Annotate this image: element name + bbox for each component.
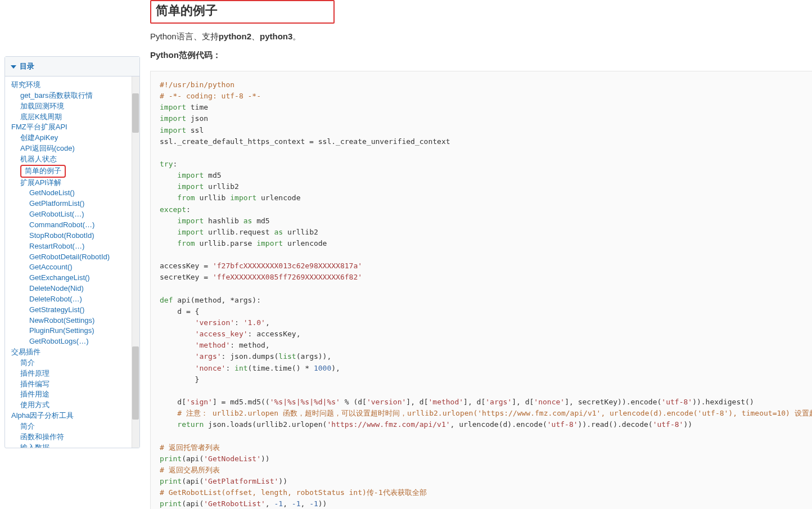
toc-item[interactable]: GetRobotList(…)	[28, 209, 139, 220]
mod: md5	[252, 217, 269, 225]
code-comment: # 返回托管者列表	[160, 443, 220, 452]
toc-item[interactable]: GetAccount()	[28, 262, 139, 273]
toc-item[interactable]: 使用方式	[19, 400, 139, 411]
code-line: method,	[234, 341, 270, 349]
toc-item[interactable]: PluginRun(Settings)	[28, 326, 139, 336]
toc-item[interactable]: GetRobotLogs(…)	[28, 336, 139, 347]
code-block: #!/usr/bin/python # -*- coding: utf-8 -*…	[150, 71, 812, 509]
toc-item[interactable]: GetRobotDetail(RobotId)	[28, 252, 139, 263]
str: 'version'	[195, 318, 234, 327]
toc-item[interactable]: StopRobot(RobotId)	[28, 231, 139, 241]
code-line: accessKey,	[252, 330, 300, 338]
num: -1	[274, 499, 283, 508]
code-comment: # 返回交易所列表	[160, 466, 220, 474]
toc-item[interactable]: Alpha因子分析工具	[10, 411, 139, 421]
mod: urllib.parse	[195, 239, 257, 247]
toc-title: 目录	[20, 62, 34, 70]
toc-item[interactable]: NewRobot(Settings)	[28, 316, 139, 326]
kw: as	[274, 228, 283, 236]
mod: hashlib	[204, 217, 243, 225]
toc-item[interactable]: API返回码(code)	[19, 143, 139, 154]
code-comment: # GetRobotList(offset, length, robotStat…	[160, 488, 427, 497]
kw: import	[177, 171, 204, 179]
toc-item[interactable]: RestartRobot(…)	[28, 241, 139, 252]
main-content: 简单的例子 Python语言、支持python2、python3。 Python…	[145, 0, 812, 509]
toc-item[interactable]: DeleteRobot(…)	[28, 294, 139, 305]
str: '1.0'	[243, 318, 265, 327]
toc-item[interactable]: DeleteNode(Nid)	[28, 283, 139, 294]
toc-header[interactable]: 目录	[5, 57, 139, 76]
scrollbar-thumb-bottom[interactable]	[132, 346, 139, 420]
intro-paragraph: Python语言、支持python2、python3。	[150, 31, 812, 42]
code-line: ),	[331, 364, 340, 372]
toc-item[interactable]: 创建ApiKey	[19, 133, 139, 143]
toc-item[interactable]: 函数和操作符	[19, 432, 139, 443]
toc-item[interactable]: FMZ平台扩展API	[10, 122, 139, 133]
str: 'GetNodeList'	[204, 454, 261, 463]
period: 。	[292, 31, 301, 41]
str: 'sign'	[186, 398, 213, 406]
toc-item[interactable]: 加载回测环境	[19, 101, 139, 112]
kw: except	[160, 205, 186, 214]
code-line: ], d[	[406, 398, 428, 406]
toc-item[interactable]: 插件用途	[19, 389, 139, 400]
str: 'method'	[428, 398, 463, 406]
mod: md5	[204, 171, 221, 179]
scrollbar-thumb-top[interactable]	[132, 93, 139, 133]
kw: print	[160, 499, 182, 508]
str: 'nonce'	[195, 364, 226, 372]
toc-item-selected[interactable]: 简单的例子	[20, 165, 66, 178]
toc-item[interactable]: GetNodeList()	[28, 188, 139, 199]
toc-item[interactable]: 插件编写	[19, 379, 139, 390]
str: 'utf-8'	[653, 420, 684, 429]
toc-item[interactable]: get_bars函数获取行情	[19, 91, 139, 101]
toc-item[interactable]: 研究环境	[10, 80, 139, 91]
kw: import	[160, 126, 186, 134]
kw: import	[160, 103, 186, 111]
kw: import	[230, 193, 256, 202]
kw: import	[256, 239, 283, 247]
toc-item[interactable]: 插件原理	[19, 368, 139, 379]
toc-item[interactable]: GetPlatformList()	[28, 199, 139, 209]
str: 'GetPlatformList'	[204, 477, 278, 485]
page-title: 简单的例子	[152, 1, 221, 20]
kw: print	[160, 454, 182, 463]
num: -1	[292, 499, 301, 508]
toc-item[interactable]: 输入数据	[19, 443, 139, 448]
kw: def	[160, 296, 173, 304]
code-line: )).hexdigest()	[692, 398, 754, 406]
num: 1000	[314, 364, 331, 372]
toc-sidebar: 目录 研究环境get_bars函数获取行情加载回测环境底层K线周期FMZ平台扩展…	[4, 56, 140, 448]
code-line: % (d[	[340, 398, 367, 406]
kw: import	[177, 228, 204, 236]
toc-item[interactable]: GetExchangeList()	[28, 273, 139, 283]
kw: import	[160, 114, 186, 123]
python2-label: python2	[219, 31, 251, 41]
toc-item[interactable]: 扩展API详解	[19, 178, 139, 188]
kw: import	[177, 217, 204, 225]
fn: int	[234, 364, 247, 372]
str: 'version'	[367, 398, 406, 406]
title-highlight-box: 简单的例子	[150, 0, 335, 24]
code-line: ] = md5.md5((	[213, 398, 270, 406]
toc-item[interactable]: GetStrategyList()	[28, 305, 139, 316]
toc-item[interactable]: 机器人状态	[19, 154, 139, 165]
kw: from	[177, 239, 195, 247]
code-line: ssl._create_default_https_context = ssl.…	[160, 137, 450, 146]
toc-item[interactable]: CommandRobot(…)	[28, 220, 139, 231]
toc-item[interactable]: 底层K线周期	[19, 112, 139, 123]
str: 'utf-8'	[661, 398, 692, 406]
toc-item[interactable]: 交易插件	[10, 347, 139, 358]
kw: import	[177, 182, 204, 191]
str: 'method'	[195, 341, 231, 349]
mod: urllib2	[204, 182, 239, 191]
code-line: (args)),	[296, 352, 332, 361]
toc-item[interactable]: 简介	[19, 421, 139, 432]
toc-item[interactable]: 简单的例子	[19, 165, 139, 178]
scrollbar-track[interactable]	[132, 76, 139, 448]
example-label: Python范例代码：	[150, 50, 812, 61]
toc-item[interactable]: 简介	[19, 358, 139, 368]
python3-label: python3	[260, 31, 292, 41]
fn: list	[278, 352, 296, 361]
code-line: )).read().decode(	[578, 420, 653, 429]
